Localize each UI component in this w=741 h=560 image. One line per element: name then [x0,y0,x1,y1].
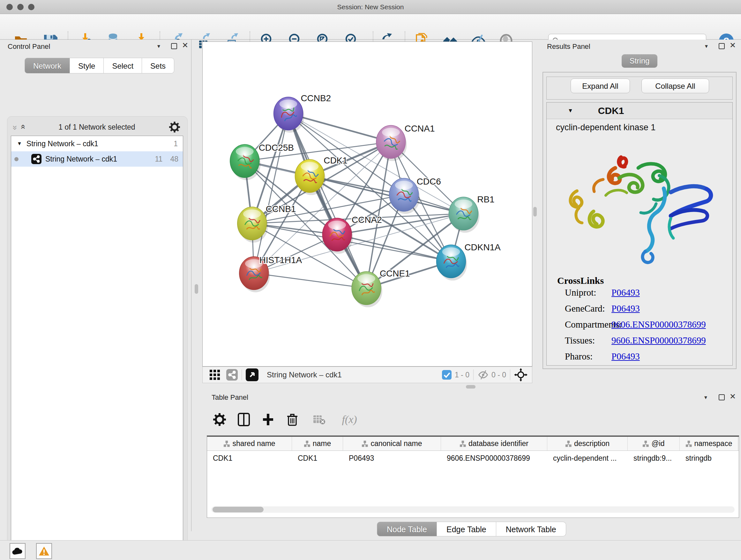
hidden-eye-icon [477,370,489,380]
network-view-icon[interactable] [226,369,238,381]
table-settings-button[interactable] [210,410,229,429]
splitter-handle[interactable] [466,385,475,388]
close-panel-icon[interactable]: ✕ [182,41,188,50]
show-columns-button[interactable] [234,410,253,429]
column-header-name[interactable]: name [292,437,343,450]
expand-all-icon[interactable]: » [18,125,28,129]
node-label-HIST1H1A: HIST1H1A [259,255,302,265]
tab-sets[interactable]: Sets [142,58,174,73]
float-panel-icon[interactable] [719,43,725,49]
column-network-icon [361,441,368,447]
column-header-@id[interactable]: @id [628,437,680,450]
column-header-database-identifier[interactable]: database identifier [441,437,547,450]
tab-network[interactable]: Network [24,58,70,73]
delete-column-button[interactable] [283,410,302,429]
collapse-all-button[interactable]: Collapse All [642,78,709,93]
edge-CCNB2-HIST1H1A[interactable] [254,114,288,273]
network-collection-row[interactable]: ▼ String Network – cdk1 1 [11,136,183,151]
network-canvas[interactable]: CCNB2CCNA1CDC25BCDK1CDC6RB1CCNB1CCNA2CDK… [202,42,532,367]
tab-select[interactable]: Select [104,58,142,73]
cloud-button[interactable] [10,543,25,559]
column-header-description[interactable]: description [547,437,628,450]
crosslink-row: Uniprot:P06493 [565,287,731,298]
gear-icon [213,413,226,426]
node-CCNA2[interactable] [322,218,353,254]
node-label-RB1: RB1 [477,194,494,204]
birdseye-view-icon[interactable] [246,368,259,381]
node-CCNA1[interactable] [376,125,407,161]
network-row[interactable]: String Network – cdk1 11 48 [11,151,183,167]
node-CCNB1[interactable] [238,207,268,243]
pan-crosshair-icon[interactable] [514,368,528,381]
grid-view-icon[interactable] [209,369,220,381]
table-cell: CDK1 [292,451,343,465]
table-hscrollbar-thumb[interactable] [212,507,264,512]
column-network-icon [643,441,649,447]
edge-HIST1H1A-CCNE1[interactable] [254,273,366,288]
network-list-header: » » 1 of 1 Network selected [11,120,183,134]
crosslink-value[interactable]: P06493 [611,287,640,298]
node-label-CCNB2: CCNB2 [300,93,331,103]
expand-all-button[interactable]: Expand All [570,78,630,93]
crosslink-value[interactable]: P06493 [611,303,640,314]
selected-counts: 1 - 0 [455,371,469,379]
node-CDKN1A[interactable] [436,245,467,281]
crosslink-value[interactable]: 9606.ENSP00000378699 [611,319,706,330]
tree-expand-icon[interactable]: ▼ [17,141,22,146]
hidden-counts: 0 - 0 [491,371,506,379]
node-CCNB2[interactable] [274,97,305,133]
column-header-canonical-name[interactable]: canonical name [343,437,441,450]
crosslink-value[interactable]: 9606.ENSP00000378699 [611,335,706,346]
tab-network-table[interactable]: Network Table [496,522,566,537]
close-panel-icon[interactable]: ✕ [730,392,736,401]
tab-node-table[interactable]: Node Table [377,522,437,537]
tab-style[interactable]: Style [70,58,104,73]
table-row[interactable]: CDK1CDK1P064939606.ENSP00000378699cyclin… [207,451,739,465]
plus-icon [262,413,274,427]
float-panel-icon[interactable] [719,394,725,400]
node-RB1[interactable] [449,197,479,233]
crosslink-label: Uniprot: [565,287,611,298]
warning-icon [38,546,50,556]
protein-structure-image [558,137,731,274]
tab-string[interactable]: String [622,54,657,68]
add-column-button[interactable] [259,410,278,429]
trash-icon [286,413,298,427]
gear-icon[interactable] [169,122,180,132]
collapse-panel-icon[interactable]: ▼ [703,395,708,400]
tab-edge-table[interactable]: Edge Table [437,522,496,537]
table-header-row: shared namenamecanonical namedatabase id… [207,437,739,451]
collapse-panel-icon[interactable]: ▼ [704,44,709,49]
delete-table-button[interactable] [310,410,329,429]
delete-table-icon [313,414,326,425]
edge-CCNA2-CDKN1A[interactable] [337,235,451,261]
node-CDC6[interactable] [389,178,420,214]
node-gloss [382,128,400,137]
node-label-CDK1: CDK1 [324,155,347,165]
column-header-label: @id [651,439,664,448]
close-panel-icon[interactable]: ✕ [730,41,736,50]
collapse-panel-icon[interactable]: ▼ [156,44,161,49]
column-header-shared-name[interactable]: shared name [207,437,292,450]
cytoscape-window: Session: New Session [0,0,741,560]
node-CDK1[interactable] [295,159,326,195]
splitter-handle[interactable] [533,207,537,216]
crosslink-label: Tissues: [565,335,611,346]
table-cell: cyclin-dependent ... [547,451,628,465]
splitter-handle[interactable] [195,284,198,294]
table-cell: 9606.ENSP00000378699 [441,451,547,465]
column-network-icon [304,441,310,447]
table-hscrollbar-track[interactable] [211,506,735,513]
section-expand-icon[interactable]: ▼ [568,108,573,114]
current-network-name: String Network – cdk1 [267,370,342,379]
selected-checkbox-icon[interactable] [442,370,452,380]
float-panel-icon[interactable] [171,43,177,49]
node-CDC25B[interactable] [230,144,261,180]
gene-section-header[interactable]: ▼ CDK1 [547,103,732,119]
column-header-namespace[interactable]: namespace [680,437,738,450]
column-header-label: database identifier [468,439,529,448]
function-builder-button[interactable]: f(x) [335,410,364,429]
warnings-button[interactable] [36,543,52,559]
crosslink-value[interactable]: P06493 [611,351,640,362]
node-CCNE1[interactable] [352,272,382,307]
